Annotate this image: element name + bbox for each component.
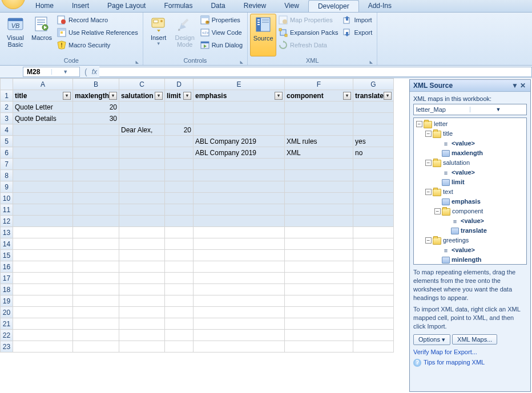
tree-toggle-icon[interactable]: − — [416, 121, 422, 127]
cell-G1[interactable]: translate▾ — [353, 90, 394, 102]
row-header-7[interactable]: 7 — [1, 159, 13, 170]
cell-G12[interactable] — [353, 216, 394, 227]
row-header-12[interactable]: 12 — [1, 216, 13, 227]
cell-E14[interactable] — [194, 238, 285, 250]
cell-G16[interactable] — [353, 261, 394, 273]
cell-C13[interactable] — [119, 227, 165, 238]
cell-C22[interactable] — [119, 330, 165, 341]
cell-A10[interactable] — [13, 193, 73, 204]
expansion-packs-button[interactable]: Expansion Packs — [276, 26, 340, 39]
cell-A7[interactable] — [13, 159, 73, 170]
tree-node-limit[interactable]: limit — [434, 177, 525, 187]
macro-security-button[interactable]: !Macro Security — [55, 39, 140, 51]
filter-dropdown-icon[interactable]: ▾ — [275, 92, 283, 100]
cell-D7[interactable] — [165, 159, 194, 170]
row-header-10[interactable]: 10 — [1, 193, 13, 204]
tree-node-salutation[interactable]: −salutation≡<value>limit — [425, 158, 525, 187]
insert-control-button[interactable]: Insert▼ — [146, 14, 172, 56]
formula-input[interactable] — [99, 67, 532, 77]
column-header-E[interactable]: E — [194, 79, 285, 90]
tree-node-value[interactable]: ≡<value> — [434, 245, 525, 255]
tree-node-greetings[interactable]: −greetings≡<value>minlength — [425, 236, 525, 265]
cell-C18[interactable] — [119, 284, 165, 295]
use-relative-references-button[interactable]: Use Relative References — [55, 26, 140, 39]
row-header-18[interactable]: 18 — [1, 284, 13, 295]
row-header-13[interactable]: 13 — [1, 227, 13, 238]
cell-D20[interactable] — [165, 307, 194, 318]
cell-C10[interactable] — [119, 193, 165, 204]
cell-B12[interactable] — [73, 216, 119, 227]
cell-E4[interactable] — [194, 124, 285, 136]
row-header-17[interactable]: 17 — [1, 273, 13, 284]
cell-D18[interactable] — [165, 284, 194, 295]
cell-D10[interactable] — [165, 193, 194, 204]
filter-dropdown-icon[interactable]: ▾ — [63, 92, 71, 100]
cell-A3[interactable]: Quote Details — [13, 113, 73, 124]
cell-F6[interactable]: XML — [285, 147, 353, 159]
cell-G19[interactable] — [353, 295, 394, 307]
cell-B14[interactable] — [73, 238, 119, 250]
cell-D23[interactable] — [165, 341, 194, 353]
cell-A12[interactable] — [13, 216, 73, 227]
cell-C5[interactable] — [119, 136, 165, 147]
xml-map-select[interactable]: letter_Map ▼ — [413, 104, 527, 115]
cell-F19[interactable] — [285, 295, 353, 307]
record-macro-button[interactable]: Record Macro — [55, 14, 140, 26]
cell-D5[interactable] — [165, 136, 194, 147]
cell-B7[interactable] — [73, 159, 119, 170]
cell-F23[interactable] — [285, 341, 353, 353]
cell-F15[interactable] — [285, 250, 353, 261]
column-header-F[interactable]: F — [285, 79, 353, 90]
cell-D15[interactable] — [165, 250, 194, 261]
tree-node-minlength[interactable]: minlength — [434, 255, 525, 265]
tree-node-text[interactable]: −textemphasis−component≡<value>translate — [425, 187, 525, 236]
tab-home[interactable]: Home — [26, 0, 63, 12]
cell-G5[interactable]: yes — [353, 136, 394, 147]
tree-toggle-icon[interactable]: − — [425, 237, 432, 244]
cell-E8[interactable] — [194, 170, 285, 181]
cell-A16[interactable] — [13, 261, 73, 273]
cell-D2[interactable] — [165, 102, 194, 113]
cell-G13[interactable] — [353, 227, 394, 238]
row-header-14[interactable]: 14 — [1, 238, 13, 250]
properties-button[interactable]: Properties — [198, 14, 245, 26]
tree-node-component[interactable]: −component≡<value>translate — [434, 206, 525, 236]
cell-E13[interactable] — [194, 227, 285, 238]
cell-E11[interactable] — [194, 204, 285, 216]
cell-D9[interactable] — [165, 181, 194, 193]
cell-C7[interactable] — [119, 159, 165, 170]
cell-G8[interactable] — [353, 170, 394, 181]
cell-D12[interactable] — [165, 216, 194, 227]
cell-C9[interactable] — [119, 181, 165, 193]
cell-B21[interactable] — [73, 318, 119, 330]
cell-E15[interactable] — [194, 250, 285, 261]
tree-node-maxlength[interactable]: maxlength — [434, 148, 525, 158]
cell-C15[interactable] — [119, 250, 165, 261]
cell-G21[interactable] — [353, 318, 394, 330]
cell-C11[interactable] — [119, 204, 165, 216]
xml-tree[interactable]: −letter−title≡<value>maxlength−salutatio… — [413, 118, 527, 265]
cell-F20[interactable] — [285, 307, 353, 318]
row-header-15[interactable]: 15 — [1, 250, 13, 261]
cell-B20[interactable] — [73, 307, 119, 318]
cell-F7[interactable] — [285, 159, 353, 170]
cell-B5[interactable] — [73, 136, 119, 147]
cell-B10[interactable] — [73, 193, 119, 204]
cell-C14[interactable] — [119, 238, 165, 250]
column-header-D[interactable]: D — [165, 79, 194, 90]
pane-menu-icon[interactable]: ▼ — [511, 82, 519, 90]
cell-A21[interactable] — [13, 318, 73, 330]
cell-C8[interactable] — [119, 170, 165, 181]
macros-button[interactable]: Macros — [29, 14, 55, 56]
column-header-C[interactable]: C — [119, 79, 165, 90]
cell-B15[interactable] — [73, 250, 119, 261]
cell-B23[interactable] — [73, 341, 119, 353]
cell-B22[interactable] — [73, 330, 119, 341]
cell-E19[interactable] — [194, 295, 285, 307]
cell-F4[interactable] — [285, 124, 353, 136]
cell-G20[interactable] — [353, 307, 394, 318]
cell-A17[interactable] — [13, 273, 73, 284]
pane-close-icon[interactable]: ✕ — [519, 82, 527, 90]
cell-B3[interactable]: 30 — [73, 113, 119, 124]
cell-A8[interactable] — [13, 170, 73, 181]
